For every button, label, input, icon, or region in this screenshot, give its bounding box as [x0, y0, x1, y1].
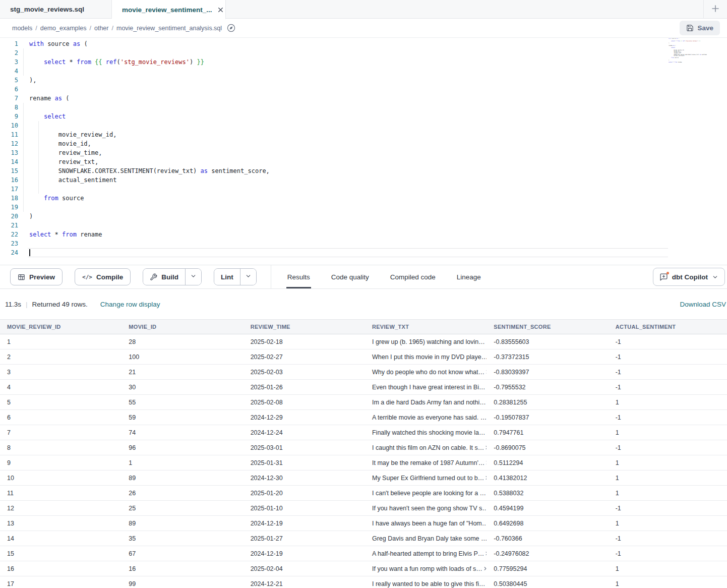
code-line[interactable]: 10 — [0, 121, 727, 130]
lint-dropdown-button[interactable] — [240, 269, 256, 285]
code-line[interactable]: 16 actual_sentiment — [0, 175, 727, 185]
chevron-right-icon[interactable] — [482, 566, 487, 571]
chevron-right-icon[interactable] — [484, 445, 487, 450]
column-header-actual_sentiment[interactable]: ACTUAL_SENTIMENT — [609, 320, 727, 334]
chevron-right-icon[interactable] — [485, 430, 487, 435]
file-tab-movie-review-sentiment[interactable]: movie_review_sentiment_... — [112, 0, 226, 19]
line-number: 14 — [0, 157, 18, 166]
chevron-right-icon[interactable] — [486, 399, 487, 405]
table-cell: -1 — [609, 546, 727, 561]
tab-compiled-code[interactable]: Compiled code — [389, 265, 437, 288]
code-icon: </> — [82, 274, 92, 280]
chevron-right-icon[interactable] — [485, 581, 487, 586]
code-line[interactable]: 20) — [0, 212, 727, 221]
code-line[interactable]: 6 — [0, 85, 727, 94]
table-cell: 0.50380445 — [487, 576, 608, 588]
table-cell: 0.28381255 — [487, 395, 608, 410]
breadcrumb-segment[interactable]: models — [12, 25, 32, 32]
code-line[interactable]: 19 — [0, 203, 727, 212]
code-line[interactable]: 8 — [0, 103, 727, 112]
table-cell: -1 — [609, 440, 727, 455]
lint-button[interactable]: Lint — [214, 269, 240, 285]
chevron-right-icon[interactable] — [484, 369, 487, 375]
code-line[interactable]: 14 review_txt, — [0, 157, 727, 166]
code-line[interactable]: 17 — [0, 185, 727, 194]
indent-guide — [23, 166, 24, 175]
table-icon — [18, 273, 25, 281]
code-line[interactable]: 1with source as ( — [0, 39, 727, 48]
code-line[interactable]: 9 select — [0, 112, 727, 121]
column-header-sentiment_score[interactable]: SENTIMENT_SCORE — [487, 320, 608, 334]
code-line[interactable]: 3 select * from {{ ref('stg_movie_review… — [0, 57, 727, 67]
chevron-right-icon[interactable] — [485, 339, 487, 344]
close-icon[interactable] — [217, 7, 224, 13]
chevron-right-icon[interactable] — [484, 460, 487, 465]
table-cell: 2024-12-24 — [244, 425, 365, 440]
chevron-right-icon[interactable] — [484, 475, 487, 481]
review-txt-cell: If you want a fun romp with loads of s… — [365, 561, 487, 576]
code-line[interactable]: 18 from source — [0, 194, 727, 203]
build-split-button: Build — [143, 268, 202, 285]
review-text: If you haven't seen the gong show TV s… — [372, 505, 487, 512]
breadcrumb-segment[interactable]: movie_review_sentiment_analysis.sql — [116, 25, 222, 32]
column-header-review_txt[interactable]: REVIEW_TXT — [365, 320, 487, 334]
preview-button[interactable]: Preview — [10, 268, 63, 285]
code-line[interactable]: 5), — [0, 76, 727, 85]
tab-code-quality[interactable]: Code quality — [330, 265, 370, 288]
table-row: 13892024-12-19I have always been a huge … — [0, 516, 727, 531]
chevron-right-icon[interactable] — [484, 551, 487, 556]
chevron-right-icon[interactable] — [485, 384, 487, 390]
column-header-movie_review_id[interactable]: MOVIE_REVIEW_ID — [0, 320, 122, 334]
code-line[interactable]: 7rename as ( — [0, 94, 727, 103]
code-line[interactable]: 15 SNOWFLAKE.CORTEX.SENTIMENT(review_txt… — [0, 166, 727, 175]
line-number: 12 — [0, 139, 18, 148]
code-line[interactable]: 24 — [0, 248, 727, 257]
indent-guide — [38, 121, 39, 130]
code-line[interactable]: 21 — [0, 221, 727, 230]
code-line[interactable]: 2 — [0, 48, 727, 57]
notification-dot — [667, 272, 669, 274]
code-line[interactable]: 12 movie_id, — [0, 139, 727, 148]
save-button[interactable]: Save — [680, 21, 720, 35]
code-line[interactable]: 4 — [0, 67, 727, 76]
tab-lineage[interactable]: Lineage — [456, 265, 482, 288]
column-header-review_time[interactable]: REVIEW_TIME — [244, 320, 365, 334]
wrench-icon — [150, 273, 157, 281]
compile-button[interactable]: </> Compile — [75, 268, 131, 285]
minimap[interactable]: with source as ( select * from {{ ref('s… — [669, 38, 707, 66]
code-line[interactable]: 11 movie_review_id, — [0, 130, 727, 139]
indent-guide — [23, 139, 24, 148]
table-cell: -0.83555603 — [487, 334, 608, 349]
build-dropdown-button[interactable] — [185, 269, 201, 285]
breadcrumb-segment[interactable]: demo_examples — [40, 25, 87, 32]
chevron-down-icon — [190, 273, 197, 281]
column-header-movie_id[interactable]: MOVIE_ID — [122, 320, 243, 334]
table-cell: 55 — [122, 395, 243, 410]
breadcrumb-segment[interactable]: other — [94, 25, 109, 32]
build-button[interactable]: Build — [143, 269, 185, 285]
chevron-down-icon — [712, 274, 718, 280]
review-txt-cell: If you haven't seen the gong show TV s… — [365, 501, 487, 516]
line-number: 2 — [0, 48, 18, 57]
new-tab-button[interactable] — [703, 0, 727, 19]
code-editor[interactable]: 1with source as (23 select * from {{ ref… — [0, 38, 727, 265]
code-line[interactable]: 23 — [0, 239, 727, 248]
compass-icon[interactable] — [227, 24, 235, 32]
download-csv-link[interactable]: Download CSV — [680, 301, 726, 308]
file-tab-stg-movie-reviews[interactable]: stg_movie_reviews.sql — [0, 0, 112, 19]
table-cell: 1 — [609, 471, 727, 486]
table-row: 15672024-12-19A half-hearted attempt to … — [0, 546, 727, 561]
change-row-display-link[interactable]: Change row display — [100, 301, 160, 308]
table-cell: 2025-01-31 — [244, 455, 365, 471]
table-cell: -1 — [609, 365, 727, 380]
table-cell: 26 — [122, 486, 243, 501]
table-row: 6592024-12-29A terrible movie as everyon… — [0, 410, 727, 425]
dbt-copilot-button[interactable]: dbt Copilot — [653, 268, 725, 286]
chevron-right-icon[interactable] — [486, 490, 487, 496]
review-txt-cell: I caught this film on AZN on cable. It s… — [365, 440, 487, 455]
code-line[interactable]: 22select * from rename — [0, 230, 727, 239]
tab-results[interactable]: Results — [286, 265, 311, 288]
code-line[interactable]: 13 review_time, — [0, 148, 727, 157]
table-cell: 0.7947761 — [487, 425, 608, 440]
table-body: 1282025-02-18I grew up (b. 1965) watchin… — [0, 334, 727, 588]
